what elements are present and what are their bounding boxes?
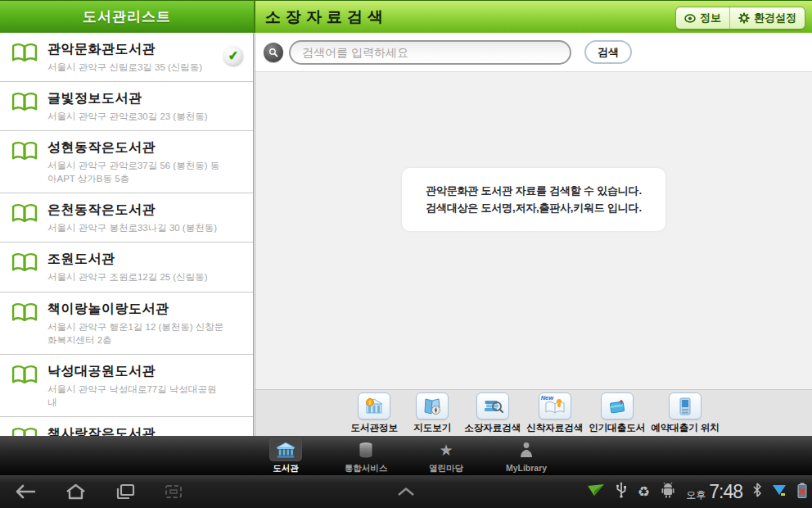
library-info-icon: i <box>358 392 390 420</box>
screenshot-button[interactable] <box>165 484 183 499</box>
search-row: 검색 <box>255 33 812 72</box>
library-name: 낙성대공원도서관 <box>47 363 228 380</box>
media-scanner-icon: ♻ <box>638 485 650 499</box>
bank-building-icon <box>269 438 302 461</box>
library-address: 서울시 관악구 조원로12길 25 (신림동) <box>47 270 228 283</box>
eye-icon <box>684 14 696 23</box>
library-list: 관악문화관도서관 서울시 관악구 신림로3길 35 (신림동) ✔ 글빛정보도서… <box>0 33 254 436</box>
quick-action-kiosk-location[interactable]: 예약대출기 위치 <box>651 392 720 434</box>
tab-label: 열린마당 <box>429 463 463 474</box>
library-name: 책사랑작은도서관 <box>47 425 228 436</box>
library-address: 서울시 관악구 봉천로33나길 30 (봉천동) <box>47 221 228 234</box>
kiosk-location-icon <box>669 392 701 420</box>
library-address: 서울시 관악구 관악로30길 23 (봉천동) <box>47 110 228 123</box>
quick-action-collection-search[interactable]: 소장자료검색 <box>464 392 521 434</box>
search-button[interactable]: 검색 <box>584 40 632 64</box>
download-notification-icon <box>587 483 605 500</box>
tab-integrated-services[interactable]: 통합서비스 <box>336 438 395 474</box>
clock-ampm: 오후 <box>686 488 706 502</box>
quick-action-library-info[interactable]: i 도서관정보 <box>348 392 400 434</box>
library-name: 글빛정보도서관 <box>47 90 228 107</box>
map-icon <box>416 392 449 420</box>
notice-line-2: 검색대상은 도서명,저자,출판사,키워드 입니다. <box>408 199 659 216</box>
settings-button-label: 환경설정 <box>754 11 796 25</box>
open-book-icon <box>11 141 38 166</box>
library-name: 성현동작은도서관 <box>47 139 228 156</box>
tab-label: 통합서비스 <box>345 463 388 474</box>
quick-action-label: 예약대출기 위치 <box>651 422 720 434</box>
quick-action-label: 인기대출도서 <box>589 422 645 434</box>
open-book-icon <box>11 427 38 436</box>
library-address: 서울시 관악구 신림로3길 35 (신림동) <box>47 61 228 74</box>
home-button[interactable] <box>65 483 86 500</box>
quick-action-label: 지도보기 <box>413 422 451 434</box>
quick-action-map-view[interactable]: 지도보기 <box>406 392 458 434</box>
open-book-icon <box>11 302 38 327</box>
library-list-item[interactable]: 조원도서관 서울시 관악구 조원로12길 25 (신림동) <box>0 243 253 292</box>
tab-mylibrary[interactable]: MyLibrary <box>497 438 556 473</box>
navigation-buttons <box>0 483 183 500</box>
library-list-item[interactable]: 낙성대공원도서관 서울시 관악구 낙성대로77길 낙성대공원 내 <box>0 355 253 417</box>
tab-label: 도서관 <box>273 463 299 474</box>
search-icon[interactable] <box>264 43 283 62</box>
clock-time: 7:48 <box>709 481 742 503</box>
info-button[interactable]: 정보 <box>676 7 729 29</box>
open-book-icon <box>11 252 38 277</box>
library-list-item[interactable]: 책이랑놀이랑도서관 서울시 관악구 행운1길 12 (봉천동) 신창문화복지센터… <box>0 293 253 355</box>
search-input[interactable] <box>289 40 571 65</box>
library-name: 은천동작은도서관 <box>47 202 228 219</box>
library-name: 책이랑놀이랑도서관 <box>47 301 228 318</box>
library-list-item[interactable]: 책사랑작은도서관 신림동 636-56 난곡동복합청사 3층 <box>0 417 253 436</box>
quick-action-new-arrivals[interactable]: New 신착자료검색 <box>526 392 583 434</box>
status-tray[interactable]: ♻ 오후 7:48 <box>587 475 807 508</box>
database-stack-icon <box>350 438 382 461</box>
library-list-item[interactable]: 성현동작은도서관 서울시 관악구 관악로37길 56 (봉천동) 동아APT 상… <box>0 131 253 193</box>
library-address: 서울시 관악구 행운1길 12 (봉천동) 신창문화복지센터 2층 <box>47 320 228 347</box>
main-panel: 검색 관악문화관 도서관 자료를 검색할 수 있습니다. 검색대상은 도서명,저… <box>255 33 812 436</box>
battery-icon <box>797 483 807 501</box>
library-list-item[interactable]: 관악문화관도서관 서울시 관악구 신림로3길 35 (신림동) ✔ <box>0 33 253 82</box>
android-robot-icon <box>661 482 675 501</box>
popular-books-icon <box>601 392 634 420</box>
collection-search-icon <box>476 392 509 420</box>
tab-label: MyLibrary <box>506 463 547 473</box>
quick-action-label: 도서관정보 <box>350 422 398 434</box>
star-icon: ★ <box>430 438 462 461</box>
sidebar-title: 도서관리스트 <box>83 7 171 26</box>
library-name: 관악문화관도서관 <box>47 41 228 58</box>
back-button[interactable] <box>15 484 36 499</box>
library-list-item[interactable]: 글빛정보도서관 서울시 관악구 관악로30길 23 (봉천동) <box>0 82 253 131</box>
tab-open-forum[interactable]: ★ 열린마당 <box>417 438 476 474</box>
gear-icon <box>738 12 750 24</box>
library-name: 조원도서관 <box>47 251 228 268</box>
open-book-icon <box>11 43 38 67</box>
app-screen: 도서관리스트 소장자료검색 정보 환경설정 <box>0 0 812 508</box>
recent-apps-button[interactable] <box>115 483 135 500</box>
new-arrivals-icon: New <box>539 392 571 420</box>
person-icon <box>510 438 543 461</box>
quick-panel-caret-icon[interactable] <box>397 484 415 499</box>
library-address: 서울시 관악구 관악로37길 56 (봉천동) 동아APT 상가B동 5층 <box>47 159 228 185</box>
sidebar-header: 도서관리스트 <box>0 0 254 33</box>
android-system-bar: ♻ 오후 7:48 <box>0 475 812 508</box>
search-content-area: 관악문화관 도서관 자료를 검색할 수 있습니다. 검색대상은 도서명,저자,출… <box>255 72 812 389</box>
main-header: 소장자료검색 정보 환경설정 <box>254 0 812 33</box>
quick-action-popular-books[interactable]: 인기대출도서 <box>589 392 645 434</box>
quick-action-bar: i 도서관정보 지도보기 소장자료검색 New <box>255 389 812 436</box>
quick-action-label: 소장자료검색 <box>464 422 521 434</box>
svg-text:i: i <box>369 399 371 405</box>
settings-button[interactable]: 환경설정 <box>729 7 805 29</box>
library-list-item[interactable]: 은천동작은도서관 서울시 관악구 봉천로33나길 30 (봉천동) <box>0 193 253 243</box>
search-notice: 관악문화관 도서관 자료를 검색할 수 있습니다. 검색대상은 도서명,저자,출… <box>402 168 665 231</box>
info-button-label: 정보 <box>700 11 721 25</box>
open-book-icon <box>11 92 38 116</box>
tab-library[interactable]: 도서관 <box>256 438 315 474</box>
quick-action-label: 신착자료검색 <box>526 422 583 434</box>
usb-icon <box>616 482 627 501</box>
new-badge: New <box>541 394 553 401</box>
open-book-icon <box>11 365 38 389</box>
open-book-icon <box>11 203 38 228</box>
library-address: 서울시 관악구 낙성대로77길 낙성대공원 내 <box>47 383 228 409</box>
bluetooth-icon <box>753 483 761 501</box>
bottom-tab-bar: 도서관 통합서비스 ★ 열린마당 MyLibrary <box>0 436 812 475</box>
